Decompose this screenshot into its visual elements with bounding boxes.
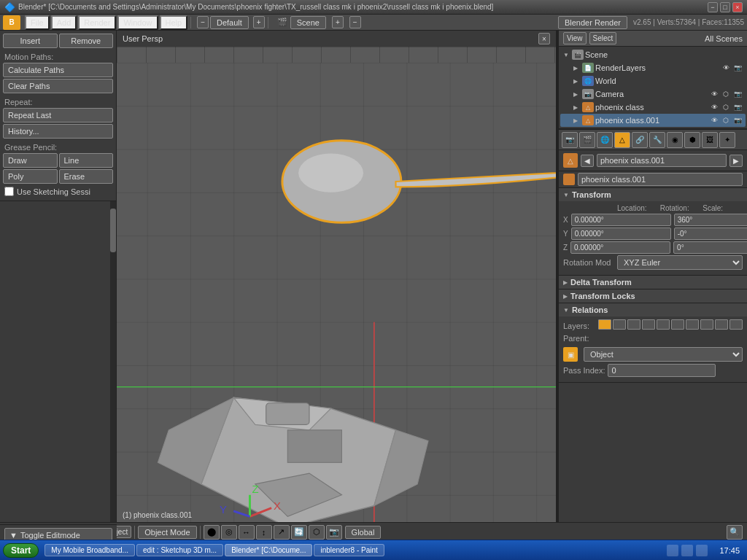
history-button[interactable]: History...: [3, 124, 113, 139]
clear-paths-button[interactable]: Clear Paths: [3, 79, 113, 93]
taskbar-item-2[interactable]: Blender* [C:\Docume...: [225, 544, 312, 556]
rot-y-input[interactable]: [674, 228, 747, 240]
tree-item-renderlayers[interactable]: ▶ 📄 RenderLayers 👁 📷: [560, 61, 746, 74]
props-world-btn[interactable]: 🌐: [597, 132, 613, 148]
layer-5[interactable]: [657, 319, 670, 330]
start-button[interactable]: Start: [3, 543, 39, 558]
bt-icon-2[interactable]: ◎: [221, 525, 237, 540]
bt-icon-8[interactable]: 📷: [326, 525, 342, 540]
loc-z-input[interactable]: [570, 241, 670, 254]
viewport-close-button[interactable]: ×: [538, 33, 550, 44]
pass-index-input[interactable]: [608, 364, 716, 377]
menu-file[interactable]: File: [25, 15, 50, 30]
repeat-last-button[interactable]: Repeat Last: [3, 108, 113, 122]
ph001-eye-btn[interactable]: 👁: [709, 115, 719, 125]
rot-x-input[interactable]: [674, 214, 747, 226]
minimize-button[interactable]: −: [708, 2, 718, 12]
layer-3[interactable]: [627, 319, 640, 330]
rl-eye-btn[interactable]: 👁: [721, 63, 731, 73]
props-nav-left[interactable]: ◀: [581, 155, 594, 167]
ph001-render-btn[interactable]: 📷: [732, 115, 743, 125]
menu-help[interactable]: Help: [160, 15, 188, 30]
insert-button[interactable]: Insert: [3, 34, 58, 48]
layer-2[interactable]: [613, 319, 626, 330]
scrollbar-thumb[interactable]: [110, 209, 116, 252]
props-constraints-btn[interactable]: 🔗: [632, 132, 648, 148]
ph-render-btn[interactable]: 📷: [732, 102, 743, 112]
menu-render[interactable]: Render: [78, 15, 116, 30]
loc-x-input[interactable]: [571, 214, 671, 226]
calculate-paths-button[interactable]: Calculate Paths: [3, 63, 113, 77]
props-nav-right[interactable]: ▶: [729, 155, 743, 167]
ph-select-btn[interactable]: ⬡: [721, 102, 731, 112]
renderer-button[interactable]: Blender Render: [558, 16, 627, 29]
props-data-btn[interactable]: ◉: [667, 132, 683, 148]
bt-pivot-btn[interactable]: Global: [345, 526, 382, 539]
scene-name-button[interactable]: Scene: [290, 16, 326, 29]
transform-section-header[interactable]: ▼ Transform: [559, 188, 747, 201]
poly-button[interactable]: Poly: [3, 169, 58, 184]
layer-7[interactable]: [686, 319, 699, 330]
layer-6[interactable]: [671, 319, 684, 330]
bt-icon-3[interactable]: ↔: [239, 525, 255, 540]
layer-8[interactable]: [700, 319, 713, 330]
tree-item-world[interactable]: ▶ 🌐 World: [560, 74, 746, 88]
taskbar-item-0[interactable]: My Mobile Broadband...: [44, 544, 135, 556]
viewport-canvas[interactable]: X Z Y (1) phoenix class.001: [117, 47, 556, 522]
ph-eye-btn[interactable]: 👁: [709, 102, 719, 112]
layer-9[interactable]: [715, 319, 728, 330]
rot-z-input[interactable]: [673, 241, 747, 254]
relations-header[interactable]: ▼ Relations: [559, 303, 747, 316]
close-button[interactable]: ×: [732, 2, 743, 12]
props-object-btn[interactable]: △: [614, 132, 630, 148]
props-scene-btn[interactable]: 🎬: [579, 132, 595, 148]
tree-item-phoenix[interactable]: ▶ △ phoenix class 👁 ⬡ 📷: [560, 101, 746, 114]
menu-add[interactable]: Add: [51, 15, 77, 30]
layout-plus-button[interactable]: +: [253, 16, 265, 28]
line-button[interactable]: Line: [59, 153, 114, 168]
tree-item-camera[interactable]: ▶ 📷 Camera 👁 ⬡ 📷: [560, 88, 746, 101]
bt-mode-btn[interactable]: Object Mode: [138, 526, 196, 539]
props-object-name[interactable]: phoenix class.001: [597, 154, 727, 167]
scene-minus-button[interactable]: −: [349, 16, 361, 28]
menu-window[interactable]: Window: [117, 15, 158, 30]
bt-icon-4[interactable]: ↕: [256, 525, 272, 540]
tree-item-phoenix001[interactable]: ▶ △ phoenix class.001 👁 ⬡ 📷: [560, 114, 746, 127]
bt-icon-6[interactable]: 🔄: [291, 525, 307, 540]
layout-minus-button[interactable]: −: [197, 16, 209, 28]
props-obj-name[interactable]: phoenix class.001: [578, 173, 743, 186]
layer-10[interactable]: [729, 319, 743, 330]
bt-icon-7[interactable]: ⬡: [309, 525, 325, 540]
all-scenes-button[interactable]: All Scenes: [705, 34, 743, 43]
transform-locks-section[interactable]: ▶ Transform Locks: [559, 289, 747, 303]
props-texture-btn[interactable]: 🖼: [702, 132, 718, 148]
props-material-btn[interactable]: ⬢: [684, 132, 700, 148]
scene-view-button[interactable]: View: [563, 32, 587, 44]
taskbar-item-1[interactable]: edit : Sketchup 3D m...: [136, 544, 223, 556]
layer-1[interactable]: [598, 319, 611, 330]
draw-button[interactable]: Draw: [3, 153, 58, 168]
delta-transform-section[interactable]: ▶ Delta Transform: [559, 276, 747, 289]
left-scrollbar[interactable]: [110, 201, 116, 522]
remove-button[interactable]: Remove: [59, 34, 114, 48]
tree-item-scene[interactable]: ▼ 🎬 Scene: [560, 48, 746, 61]
taskbar-item-3[interactable]: inblender8 - Paint: [314, 544, 384, 556]
rl-render-btn[interactable]: 📷: [732, 63, 743, 73]
props-modifiers-btn[interactable]: 🔧: [649, 132, 665, 148]
maximize-button[interactable]: □: [720, 2, 730, 12]
rotation-mode-select[interactable]: XYZ Euler: [617, 255, 743, 270]
cam-eye-btn[interactable]: 👁: [709, 89, 719, 99]
loc-y-input[interactable]: [571, 228, 671, 240]
use-sketching-checkbox[interactable]: [4, 187, 14, 196]
bt-icon-1[interactable]: ⬤: [204, 525, 220, 540]
scene-plus-button[interactable]: +: [332, 16, 344, 28]
erase-button[interactable]: Erase: [59, 169, 114, 184]
scene-select-button[interactable]: Select: [589, 32, 617, 44]
cam-render-btn[interactable]: 📷: [732, 89, 743, 99]
parent-select[interactable]: Object: [584, 347, 743, 362]
bt-icon-5[interactable]: ↗: [274, 525, 290, 540]
layout-name-button[interactable]: Default: [210, 16, 249, 29]
bt-zoom-btn[interactable]: 🔍: [727, 525, 743, 540]
props-particles-btn[interactable]: ✦: [719, 132, 735, 148]
cam-select-btn[interactable]: ⬡: [721, 89, 731, 99]
